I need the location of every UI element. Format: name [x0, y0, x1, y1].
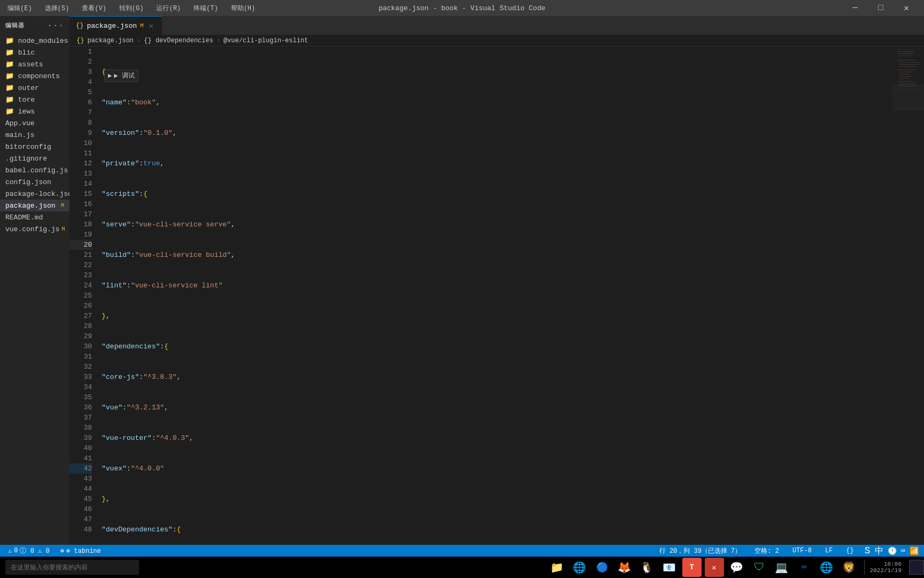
sidebar-item-readme[interactable]: README.md [0, 211, 70, 223]
taskbar-text-icon[interactable]: T [682, 558, 702, 577]
statusbar-language[interactable]: {} [843, 546, 856, 556]
menu-goto[interactable]: 转到(G) [117, 3, 146, 14]
sidebar-item-vueconfig[interactable]: vue.config.js M [0, 223, 70, 235]
taskbar-terminal-icon[interactable]: 💻 [772, 558, 791, 577]
taskbar-desktop-button[interactable] [909, 560, 924, 575]
breadcrumb-part-2[interactable]: {} devDependencies [144, 37, 213, 44]
ime-icon: 中 [875, 545, 883, 557]
taskbar-folder-icon[interactable]: 📁 [548, 558, 567, 577]
menu-run[interactable]: 运行(R) [154, 3, 183, 14]
line-num: 12 [70, 158, 92, 169]
sidebar-item-bitorconfig[interactable]: bitorconfig [0, 141, 70, 153]
close-button[interactable]: ✕ [894, 0, 919, 16]
clock-time: 16:06 [884, 561, 902, 567]
sidebar-item-label: 📁 components [5, 72, 60, 80]
line-num: 7 [70, 108, 92, 118]
taskbar-edge-icon[interactable]: 🔵 [592, 558, 612, 577]
sidebar-item-components[interactable]: 📁 components [0, 70, 70, 82]
sidebar-item-label: vue.config.js [5, 225, 59, 233]
code-line-10: "dependencies": { [102, 341, 887, 352]
menu-terminal[interactable]: 终端(T) [191, 3, 220, 14]
sidebar-item-label: 📁 iews [5, 107, 35, 116]
svg-rect-4 [897, 60, 916, 60]
titlebar-menus[interactable]: 编辑(E) 选择(S) 查看(V) 转到(G) 运行(R) 终端(T) 帮助(H… [5, 3, 257, 14]
taskbar-chrome-icon[interactable]: 🌐 [817, 558, 836, 577]
sidebar-item-package-lock[interactable]: package-lock.json [0, 188, 70, 200]
menu-help[interactable]: 帮助(H) [229, 3, 258, 14]
code-line-9: }, [102, 311, 887, 321]
line-num: 46 [70, 504, 92, 514]
taskbar-code-icon[interactable]: ⌨ [795, 558, 814, 577]
taskbar-brave-icon[interactable]: 🦁 [840, 558, 859, 577]
sidebar-item-appvue[interactable]: App.vue [0, 117, 70, 129]
taskbar-email-icon[interactable]: 📧 [660, 558, 679, 577]
statusbar-errors[interactable]: ⚠ 0 ⓘ 0 ⚠ 0 [5, 545, 52, 557]
tab-modified-badge: M [140, 22, 144, 29]
svg-rect-6 [899, 64, 921, 65]
line-num: 19 [70, 230, 92, 240]
sidebar-item-label: bitorconfig [5, 143, 51, 151]
breadcrumb-part-3[interactable]: @vue/cli-plugin-eslint [224, 37, 308, 44]
sidebar-item-assets[interactable]: 📁 assets [0, 58, 70, 70]
line-num: 29 [70, 331, 92, 341]
line-num: 18 [70, 219, 92, 230]
statusbar-line-ending[interactable]: LF [822, 546, 835, 556]
sidebar-item-config[interactable]: config.json [0, 176, 70, 188]
line-num: 27 [70, 311, 92, 321]
sidebar-item-package[interactable]: package.json M [0, 200, 70, 211]
code-content[interactable]: { "name": "book", "version": "0.1.0", "p… [96, 47, 892, 545]
editor-area: {} package.json M ✕ {} package.json › {}… [70, 16, 924, 545]
taskbar-shield-icon[interactable]: 🛡 [750, 558, 769, 577]
sidebar-header: 编辑器 ··· [0, 16, 70, 35]
taskbar-firefox-icon[interactable]: 🦊 [615, 558, 634, 577]
breadcrumb-part-1[interactable]: package.json [87, 37, 133, 44]
statusbar-encoding[interactable]: UTF-8 [790, 546, 814, 556]
statusbar-spaces[interactable]: 空格: 2 [752, 545, 782, 557]
svg-rect-13 [897, 81, 916, 82]
svg-rect-0 [895, 49, 916, 50]
menu-view[interactable]: 查看(V) [80, 3, 109, 14]
taskbar-browser-icon[interactable]: 🌐 [570, 558, 589, 577]
line-num: 16 [70, 199, 92, 209]
taskbar-xmark-icon[interactable]: ✕ [705, 558, 724, 577]
svg-rect-10 [899, 74, 910, 74]
sidebar-item-tore[interactable]: 📁 tore [0, 94, 70, 105]
code-line-12: "vue": "^3.2.13", [102, 402, 887, 413]
line-num: 4 [70, 77, 92, 87]
svg-rect-2 [897, 54, 913, 54]
sidebar-item-iews[interactable]: 📁 iews [0, 105, 70, 117]
sidebar-item-badge-vue: M [61, 226, 65, 232]
code-editor[interactable]: 1 2 3 4 5 6 7 8 9 10 11 12 13 14 15 16 1 [70, 47, 892, 545]
taskbar-penguin-icon[interactable]: 🐧 [637, 558, 657, 577]
sidebar-item-node-modules[interactable]: 📁 node_modules [0, 35, 70, 47]
sidebar-item-outer[interactable]: 📁 outer [0, 82, 70, 94]
sidebar-item-mainjs[interactable]: main.js [0, 129, 70, 141]
sidebar-item-blic[interactable]: 📁 blic [0, 47, 70, 58]
sidebar-item-gitignore[interactable]: .gitignore [0, 153, 70, 164]
tab-icon: {} [76, 22, 83, 29]
statusbar-tabnine[interactable]: ⊕ ⊕ tabnine [58, 546, 104, 556]
taskbar-clock: 16:06 2022/1/19 [870, 561, 902, 574]
tab-package-json[interactable]: {} package.json M ✕ [70, 16, 162, 35]
sidebar-item-label: main.js [5, 131, 35, 139]
tab-close-button[interactable]: ✕ [147, 21, 156, 30]
sidebar: 编辑器 ··· 📁 node_modules 📁 blic 📁 assets 📁… [0, 16, 70, 545]
menu-select[interactable]: 选择(S) [43, 3, 72, 14]
sidebar-item-babel[interactable]: babel.config.js [0, 164, 70, 176]
minimize-button[interactable]: ─ [843, 0, 867, 16]
sidebar-more-button[interactable]: ··· [47, 21, 64, 31]
error-icon: ⚠ [8, 547, 12, 555]
taskbar-search-input[interactable] [5, 560, 139, 575]
statusbar-position[interactable]: 行 20，列 39（已选择 7） [657, 545, 744, 557]
taskbar-chat-icon[interactable]: 💬 [727, 558, 746, 577]
line-num: 11 [70, 148, 92, 158]
line-num: 31 [70, 352, 92, 362]
maximize-button[interactable]: □ [868, 0, 893, 16]
encoding-label: UTF-8 [792, 547, 812, 554]
sidebar-item-label: package.json [5, 202, 56, 210]
line-num: 48 [70, 524, 92, 535]
menu-edit[interactable]: 编辑(E) [5, 3, 34, 14]
line-num: 21 [70, 250, 92, 260]
sidebar-item-label: 📁 assets [5, 60, 43, 69]
window-controls[interactable]: ─ □ ✕ [843, 0, 919, 16]
